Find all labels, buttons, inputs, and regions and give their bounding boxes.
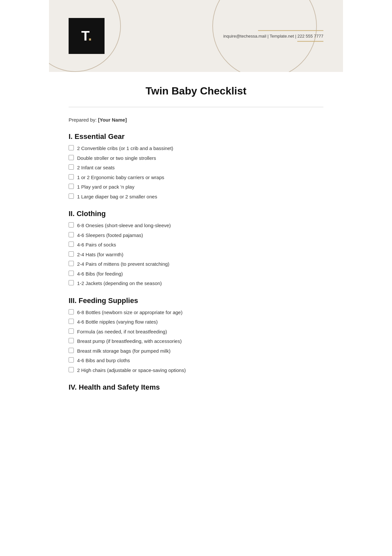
list-item: 6-8 Bottles (newborn size or appropriate…	[69, 309, 323, 316]
prepared-by: Prepared by: [Your Name]	[69, 117, 323, 123]
checkbox[interactable]	[69, 367, 74, 372]
section-title-feeding-supplies: III. Feeding Supplies	[69, 296, 323, 305]
checkbox[interactable]	[69, 261, 74, 266]
list-item: 4-6 Bibs and burp cloths	[69, 357, 323, 364]
header-contact: inquire@techessa.mail | Template.net | 2…	[223, 30, 323, 42]
contact-info: inquire@techessa.mail | Template.net | 2…	[223, 34, 323, 39]
list-item: 2 High chairs (adjustable or space-savin…	[69, 367, 323, 374]
checkbox[interactable]	[69, 164, 74, 170]
item-text: 1-2 Jackets (depending on the season)	[77, 280, 162, 287]
sections-container: I. Essential Gear2 Convertible cribs (or…	[69, 132, 323, 392]
checkbox[interactable]	[69, 338, 74, 343]
list-item: 4-6 Pairs of socks	[69, 241, 323, 249]
item-text: 2 High chairs (adjustable or space-savin…	[77, 367, 186, 374]
item-text: 1 or 2 Ergonomic baby carriers or wraps	[77, 174, 164, 181]
section-title-essential-gear: I. Essential Gear	[69, 132, 323, 141]
item-text: Breast pump (if breastfeeding, with acce…	[77, 338, 182, 345]
checkbox[interactable]	[69, 194, 74, 199]
item-text: 4-6 Bibs (for feeding)	[77, 270, 123, 278]
list-item: 2-4 Pairs of mittens (to prevent scratch…	[69, 261, 323, 268]
section-health-safety: IV. Health and Safety Items	[69, 383, 323, 392]
list-item: 4-6 Bibs (for feeding)	[69, 270, 323, 278]
checkbox[interactable]	[69, 155, 74, 160]
checkbox[interactable]	[69, 348, 74, 353]
item-text: 6-8 Onesies (short-sleeve and long-sleev…	[77, 222, 171, 229]
section-title-health-safety: IV. Health and Safety Items	[69, 383, 323, 392]
header: T. inquire@techessa.mail | Template.net …	[49, 0, 343, 72]
section-feeding-supplies: III. Feeding Supplies6-8 Bottles (newbor…	[69, 296, 323, 374]
list-item: 2 Convertible cribs (or 1 crib and a bas…	[69, 145, 323, 152]
list-item: 1 Play yard or pack 'n play	[69, 183, 323, 191]
section-essential-gear: I. Essential Gear2 Convertible cribs (or…	[69, 132, 323, 200]
list-item: 4-6 Sleepers (footed pajamas)	[69, 232, 323, 239]
item-text: Breast milk storage bags (for pumped mil…	[77, 347, 171, 355]
checkbox[interactable]	[69, 174, 74, 179]
checkbox[interactable]	[69, 271, 74, 276]
list-item: 2 Infant car seats	[69, 164, 323, 172]
logo-letter: T.	[81, 28, 92, 44]
list-item: Double stroller or two single strollers	[69, 155, 323, 162]
item-text: Formula (as needed, if not breastfeeding…	[77, 328, 167, 336]
main-content: Twin Baby Checklist Prepared by: [Your N…	[49, 72, 343, 420]
checkbox[interactable]	[69, 232, 74, 237]
item-text: 2 Convertible cribs (or 1 crib and a bas…	[77, 145, 173, 152]
list-item: Breast pump (if breastfeeding, with acce…	[69, 338, 323, 345]
list-item: 6-8 Onesies (short-sleeve and long-sleev…	[69, 222, 323, 229]
checkbox[interactable]	[69, 319, 74, 324]
checkbox[interactable]	[69, 145, 74, 150]
item-text: 4-6 Bottle nipples (varying flow rates)	[77, 318, 158, 326]
item-text: 6-8 Bottles (newborn size or appropriate…	[77, 309, 183, 316]
item-text: 2-4 Pairs of mittens (to prevent scratch…	[77, 261, 170, 268]
list-item: 1 or 2 Ergonomic baby carriers or wraps	[69, 174, 323, 181]
checkbox[interactable]	[69, 242, 74, 247]
contact-line-bottom	[297, 41, 323, 42]
list-item: 4-6 Bottle nipples (varying flow rates)	[69, 318, 323, 326]
item-text: Double stroller or two single strollers	[77, 155, 156, 162]
checkbox[interactable]	[69, 309, 74, 314]
item-text: 4-6 Bibs and burp cloths	[77, 357, 130, 364]
item-text: 2-4 Hats (for warmth)	[77, 251, 123, 259]
item-text: 1 Large diaper bag or 2 smaller ones	[77, 193, 157, 201]
checkbox[interactable]	[69, 222, 74, 227]
list-item: Breast milk storage bags (for pumped mil…	[69, 347, 323, 355]
checkbox[interactable]	[69, 280, 74, 285]
checkbox[interactable]	[69, 357, 74, 362]
title-divider	[69, 107, 323, 107]
logo-box: T.	[69, 18, 105, 54]
checkbox[interactable]	[69, 251, 74, 257]
section-title-clothing: II. Clothing	[69, 210, 323, 218]
list-item: 2-4 Hats (for warmth)	[69, 251, 323, 259]
logo-dot: .	[88, 28, 92, 43]
item-text: 4-6 Pairs of socks	[77, 241, 116, 249]
logo-t: T	[81, 28, 88, 43]
contact-line-top	[258, 30, 323, 31]
prepared-by-value: [Your Name]	[98, 117, 127, 123]
checkbox[interactable]	[69, 184, 74, 189]
checkbox[interactable]	[69, 329, 74, 334]
section-clothing: II. Clothing6-8 Onesies (short-sleeve an…	[69, 210, 323, 287]
item-text: 4-6 Sleepers (footed pajamas)	[77, 232, 143, 239]
list-item: 1 Large diaper bag or 2 smaller ones	[69, 193, 323, 201]
prepared-by-label: Prepared by:	[69, 117, 97, 123]
item-text: 2 Infant car seats	[77, 164, 115, 172]
list-item: Formula (as needed, if not breastfeeding…	[69, 328, 323, 336]
page-title: Twin Baby Checklist	[69, 85, 323, 97]
list-item: 1-2 Jackets (depending on the season)	[69, 280, 323, 287]
item-text: 1 Play yard or pack 'n play	[77, 183, 134, 191]
